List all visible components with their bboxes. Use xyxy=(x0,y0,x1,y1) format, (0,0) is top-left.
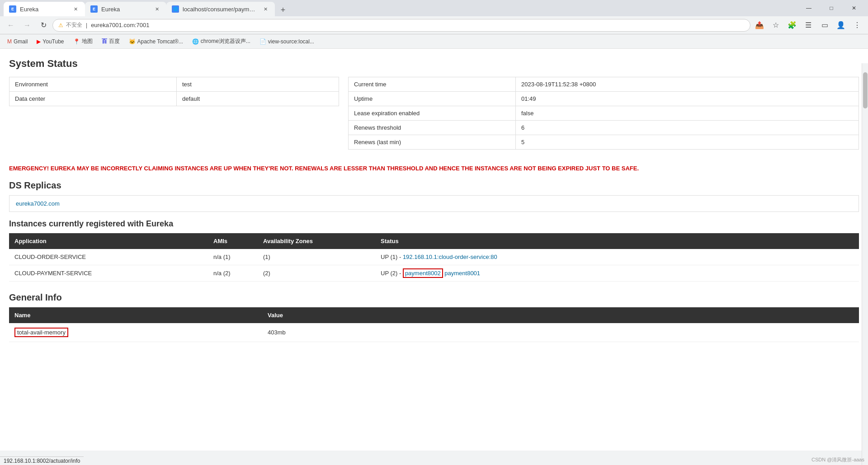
tab-3[interactable]: 🌐 localhost/consumer/payment/ ✕ xyxy=(166,2,275,16)
order-service-link[interactable]: 192.168.10.1:cloud-order-service:80 xyxy=(403,254,497,260)
refresh-button[interactable]: ↻ xyxy=(36,18,51,33)
col-az: Availability Zones xyxy=(258,233,375,249)
tab-2-title: Eureka xyxy=(101,6,149,13)
col-amis: AMIs xyxy=(208,233,258,249)
system-status-title: System Status xyxy=(9,58,859,70)
current-time-label: Current time xyxy=(349,77,516,92)
tab-3-favicon: 🌐 xyxy=(172,5,179,13)
security-icon: ⚠ xyxy=(58,22,63,28)
uptime-label: Uptime xyxy=(349,92,516,106)
table-row: Renews threshold 6 xyxy=(349,121,859,135)
baidu-icon: 百 xyxy=(102,38,107,45)
minimize-button[interactable]: — xyxy=(798,0,819,16)
profile-button[interactable]: 👤 xyxy=(834,18,848,33)
tab-2[interactable]: E Eureka ✕ xyxy=(85,2,166,16)
bookmark-maps[interactable]: 📍 地图 xyxy=(70,37,96,46)
table-row: Data center default xyxy=(9,92,339,106)
table-row: Environment test xyxy=(9,77,339,92)
bookmark-tomcat[interactable]: 🐱 Apache Tomcat®... xyxy=(125,38,187,46)
address-bar[interactable]: ⚠ 不安全 | eureka7001.com:7001 xyxy=(52,19,750,32)
bookmark-view-source[interactable]: 📄 view-source:local... xyxy=(256,38,318,46)
close-button[interactable]: ✕ xyxy=(844,0,864,16)
scrollbar-thumb[interactable] xyxy=(863,72,868,108)
instances-table: Application AMIs Availability Zones Stat… xyxy=(9,233,859,282)
menu-button[interactable]: ⋮ xyxy=(850,18,864,33)
forward-button[interactable]: → xyxy=(20,18,34,33)
lease-expiration-value: false xyxy=(516,106,859,121)
payment-service-status: UP (2) - payment8002 payment8001 xyxy=(375,265,859,281)
cast-button[interactable]: 📤 xyxy=(752,18,767,33)
bookmark-baidu-label: 百度 xyxy=(109,38,120,45)
bookmark-chrome-settings[interactable]: 🌐 chrome浏览器设声... xyxy=(189,37,254,46)
youtube-icon: ▶ xyxy=(37,38,41,45)
scrollbar[interactable] xyxy=(862,63,868,451)
general-info-title: General Info xyxy=(9,292,859,303)
system-status-tables: Environment test Data center default Cur… xyxy=(9,77,859,157)
general-info-header: Name Value xyxy=(9,307,859,323)
tomcat-icon: 🐱 xyxy=(129,38,136,45)
renews-lastmin-label: Renews (last min) xyxy=(349,135,516,150)
tab-1-close[interactable]: ✕ xyxy=(71,5,80,13)
table-row: CLOUD-ORDER-SERVICE n/a (1) (1) UP (1) -… xyxy=(9,249,859,265)
nav-actions: 📤 ☆ 🧩 ☰ ▭ 👤 ⋮ xyxy=(752,18,864,33)
system-status-right-table: Current time 2023-08-19T11:52:38 +0800 U… xyxy=(348,77,859,157)
reading-list-button[interactable]: ☰ xyxy=(801,18,816,33)
security-label: 不安全 xyxy=(66,21,82,29)
bookmarks-bar: M Gmail ▶ YouTube 📍 地图 百 百度 🐱 Apache Tom… xyxy=(0,34,868,49)
ds-replica-link[interactable]: eureka7002.com xyxy=(16,200,60,207)
payment8001-link[interactable]: payment8001 xyxy=(444,270,480,277)
datacenter-value: default xyxy=(177,92,339,106)
emergency-banner: EMERGENCY! EUREKA MAY BE INCORRECTLY CLA… xyxy=(9,164,859,173)
table-row: Uptime 01:49 xyxy=(349,92,859,106)
tab-1-title: Eureka xyxy=(20,6,68,13)
col-name: Name xyxy=(9,307,262,323)
total-avail-memory-label: total-avail-memory xyxy=(14,328,68,337)
bookmark-button[interactable]: ☆ xyxy=(769,18,783,33)
order-service-status: UP (1) - 192.168.10.1:cloud-order-servic… xyxy=(375,249,859,265)
window-controls: — □ ✕ xyxy=(798,0,864,16)
total-avail-memory-name: total-avail-memory xyxy=(9,323,262,342)
renews-lastmin-value: 5 xyxy=(516,135,859,150)
browser-chrome: E Eureka ✕ E Eureka ✕ 🌐 localhost/consum… xyxy=(0,0,868,49)
system-status-left-table: Environment test Data center default xyxy=(9,77,339,157)
table-row: Lease expiration enabled false xyxy=(349,106,859,121)
tab-1[interactable]: E Eureka ✕ xyxy=(4,2,85,16)
ds-replicas-box: eureka7002.com xyxy=(9,195,859,212)
maps-icon: 📍 xyxy=(73,38,80,45)
left-info-table: Environment test Data center default xyxy=(9,77,339,106)
environment-value: test xyxy=(177,77,339,92)
bookmark-gmail[interactable]: M Gmail xyxy=(4,38,31,46)
bookmark-chrome-label: chrome浏览器设声... xyxy=(201,38,250,45)
tab-2-close[interactable]: ✕ xyxy=(153,5,161,13)
new-tab-button[interactable]: + xyxy=(277,4,289,16)
extensions-button[interactable]: 🧩 xyxy=(785,18,799,33)
order-service-az: (1) xyxy=(258,249,375,265)
datacenter-label: Data center xyxy=(9,92,177,106)
lease-expiration-label: Lease expiration enabled xyxy=(349,106,516,121)
page-content: System Status Environment test Data cent… xyxy=(0,49,868,451)
chrome-icon: 🌐 xyxy=(192,38,199,45)
back-button[interactable]: ← xyxy=(4,18,18,33)
renews-threshold-value: 6 xyxy=(516,121,859,135)
tab-3-close[interactable]: ✕ xyxy=(261,5,269,13)
bookmark-gmail-label: Gmail xyxy=(14,38,28,45)
bookmark-view-source-label: view-source:local... xyxy=(268,38,314,45)
payment8002-link[interactable]: payment8002 xyxy=(403,268,443,278)
payment-service-az: (2) xyxy=(258,265,375,281)
tab-bar: E Eureka ✕ E Eureka ✕ 🌐 localhost/consum… xyxy=(0,0,868,16)
environment-label: Environment xyxy=(9,77,177,92)
bookmark-baidu[interactable]: 百 百度 xyxy=(98,37,123,46)
table-row: Current time 2023-08-19T11:52:38 +0800 xyxy=(349,77,859,92)
table-row: total-avail-memory 403mb xyxy=(9,323,859,342)
view-source-icon: 📄 xyxy=(259,38,266,45)
maximize-button[interactable]: □ xyxy=(821,0,842,16)
col-value: Value xyxy=(262,307,859,323)
payment-status-text: UP (2) - xyxy=(381,270,403,277)
sidebar-button[interactable]: ▭ xyxy=(817,18,832,33)
right-info-table: Current time 2023-08-19T11:52:38 +0800 U… xyxy=(348,77,859,150)
uptime-value: 01:49 xyxy=(516,92,859,106)
order-service-name: CLOUD-ORDER-SERVICE xyxy=(9,249,208,265)
bookmark-youtube[interactable]: ▶ YouTube xyxy=(33,38,67,46)
total-avail-memory-value: 403mb xyxy=(262,323,859,342)
table-row: CLOUD-PAYMENT-SERVICE n/a (2) (2) UP (2)… xyxy=(9,265,859,281)
